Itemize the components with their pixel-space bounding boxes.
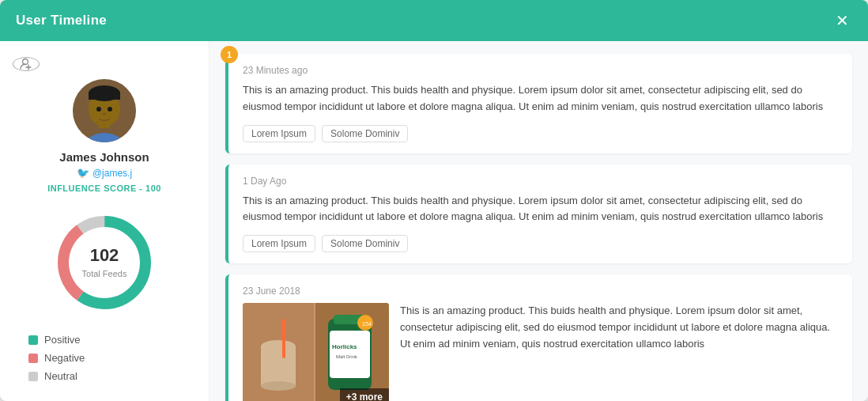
donut-center: 102 Total Feeds <box>82 245 127 280</box>
legend-neutral: Neutral <box>28 370 196 382</box>
svg-rect-19 <box>261 346 296 386</box>
legend-positive: Positive <box>28 334 196 346</box>
svg-rect-21 <box>282 319 285 358</box>
positive-dot <box>28 335 38 345</box>
tag-1-1[interactable]: Solome Dominiv <box>322 125 408 142</box>
more-overlay[interactable]: +3 more <box>340 388 389 401</box>
feed-text-2: This is an amazing product. This buids h… <box>243 193 838 226</box>
item-3-content: Horlicks Malt Drink 154 +3 more This is … <box>243 303 838 401</box>
positive-label: Positive <box>44 334 81 346</box>
twitter-username: @james.j <box>92 168 132 179</box>
image-grid: Horlicks Malt Drink 154 +3 more <box>243 303 389 401</box>
svg-point-10 <box>108 107 112 112</box>
svg-rect-8 <box>89 92 120 100</box>
tag-2-0[interactable]: Lorem Ipsum <box>243 235 315 252</box>
tags-1: Lorem Ipsum Solome Dominiv <box>243 125 838 142</box>
chart-legend: Positive Negative Neutral <box>13 334 196 388</box>
svg-text:154: 154 <box>362 321 372 327</box>
time-3: 23 June 2018 <box>243 286 838 297</box>
image-placeholder: Horlicks Malt Drink 154 <box>243 303 389 401</box>
svg-text:Malt Drink: Malt Drink <box>336 354 358 359</box>
timeline-panel: 23 Minutes ago This is an amazing produc… <box>209 41 868 401</box>
svg-text:Horlicks: Horlicks <box>332 343 357 350</box>
modal-body: James Johnson 🐦 @james.j INFLUENCE SCORE… <box>0 41 868 401</box>
avatar-image <box>73 79 136 142</box>
negative-label: Negative <box>44 352 85 364</box>
modal-window: User Timeline ✕ <box>0 0 868 401</box>
donut-number: 102 <box>82 245 127 266</box>
tag-2-1[interactable]: Solome Dominiv <box>322 235 408 252</box>
modal-title: User Timeline <box>16 13 107 28</box>
neutral-dot <box>28 372 38 381</box>
close-button[interactable]: ✕ <box>832 11 852 30</box>
feed-text-3: This is an amazing product. This buids h… <box>400 303 838 401</box>
left-panel: James Johnson 🐦 @james.j INFLUENCE SCORE… <box>0 41 209 401</box>
avatar <box>73 79 136 142</box>
svg-point-11 <box>103 113 106 115</box>
add-user-button[interactable] <box>13 57 40 71</box>
svg-point-20 <box>261 381 296 391</box>
twitter-handle: 🐦 @james.j <box>77 167 132 179</box>
add-user-icon <box>20 58 32 70</box>
time-1: 23 Minutes ago <box>243 65 838 76</box>
tags-2: Lorem Ipsum Solome Dominiv <box>243 235 838 252</box>
legend-negative: Negative <box>28 352 196 364</box>
twitter-icon: 🐦 <box>77 167 89 179</box>
donut-label: Total Feeds <box>82 269 127 278</box>
neutral-label: Neutral <box>44 370 77 382</box>
product-images-svg: Horlicks Malt Drink 154 <box>243 303 389 401</box>
influence-score: INFLUENCE SCORE - 100 <box>47 183 161 193</box>
feed-text-1: This is an amazing product. This buids h… <box>243 82 838 115</box>
timeline-item-2: 1 Day Ago This is an amazing product. Th… <box>225 165 852 264</box>
time-2: 1 Day Ago <box>243 176 838 187</box>
donut-chart: 102 Total Feeds <box>49 207 160 318</box>
svg-point-9 <box>96 107 101 112</box>
feed-body-3: This is an amazing product. This buids h… <box>400 303 838 352</box>
modal-header: User Timeline ✕ <box>0 0 868 41</box>
user-name: James Johnson <box>59 150 149 164</box>
tag-1-0[interactable]: Lorem Ipsum <box>243 125 315 142</box>
timeline-item-1: 23 Minutes ago This is an amazing produc… <box>225 54 852 153</box>
negative-dot <box>28 354 38 363</box>
timeline-item-3: 23 June 2018 <box>225 274 852 401</box>
